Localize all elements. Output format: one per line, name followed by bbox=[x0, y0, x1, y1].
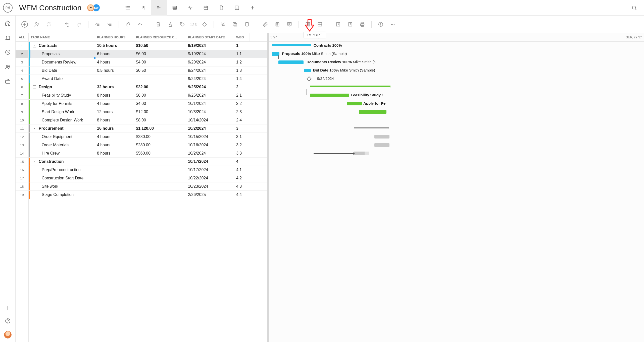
row-number[interactable]: 13 bbox=[16, 141, 28, 149]
select-all-header[interactable]: ALL bbox=[16, 33, 28, 42]
wbs-cell[interactable]: 1.2 bbox=[234, 58, 250, 66]
row-number[interactable]: 17 bbox=[16, 174, 28, 182]
gantt-row[interactable]: Feasibility Study 1 bbox=[269, 91, 644, 100]
wbs-cell[interactable]: 2 bbox=[234, 83, 250, 91]
wbs-cell[interactable]: 4.3 bbox=[234, 182, 250, 190]
gantt-bar[interactable] bbox=[310, 94, 349, 97]
task-name-cell[interactable]: Proposals bbox=[30, 50, 95, 58]
planned-start-cell[interactable]: 9/24/2024 bbox=[186, 66, 234, 75]
task-row[interactable]: Order Materials4 hours$280.0010/16/20243… bbox=[29, 141, 267, 149]
assign-button[interactable] bbox=[32, 20, 41, 29]
planned-cost-cell[interactable]: $6.00 bbox=[134, 50, 186, 58]
wbs-cell[interactable]: 3 bbox=[234, 124, 250, 132]
col-planned-cost[interactable]: PLANNED RESOURCE C... bbox=[134, 33, 186, 41]
task-name-cell[interactable]: −Contracts bbox=[30, 42, 95, 50]
planned-start-cell[interactable]: 10/17/2024 bbox=[186, 158, 234, 166]
col-task-name[interactable]: TASK NAME bbox=[29, 33, 95, 41]
add-task-button[interactable] bbox=[20, 20, 29, 29]
planned-start-cell[interactable]: 10/2/2024 bbox=[186, 124, 234, 132]
task-name-cell[interactable]: Stage Completion bbox=[30, 191, 95, 199]
gantt-row[interactable]: Contracts 100% bbox=[269, 42, 644, 50]
task-row[interactable]: Order Equipment4 hours$280.0010/15/20243… bbox=[29, 133, 267, 141]
paste-button[interactable] bbox=[242, 20, 252, 29]
info-button[interactable] bbox=[376, 20, 385, 29]
planned-cost-cell[interactable] bbox=[134, 182, 186, 190]
task-row[interactable]: Construction Start Date10/22/20244.2 bbox=[29, 174, 267, 182]
gantt-row[interactable] bbox=[269, 83, 644, 91]
collapse-toggle[interactable]: − bbox=[33, 44, 36, 47]
wbs-cell[interactable]: 2.1 bbox=[234, 91, 250, 99]
gantt-summary-bar[interactable] bbox=[310, 86, 390, 88]
planned-hours-cell[interactable]: 12 hours bbox=[95, 108, 134, 116]
export-button[interactable] bbox=[346, 20, 355, 29]
undo-button[interactable] bbox=[63, 20, 72, 29]
planned-start-cell[interactable]: 9/19/2024 bbox=[186, 42, 234, 50]
row-number[interactable]: 4 bbox=[16, 66, 28, 75]
row-number[interactable]: 1 bbox=[16, 42, 28, 50]
planned-hours-cell[interactable] bbox=[95, 158, 134, 166]
tag-button[interactable] bbox=[178, 20, 187, 29]
collapse-toggle[interactable]: − bbox=[33, 85, 36, 89]
planned-start-cell[interactable]: 9/25/2024 bbox=[186, 83, 234, 91]
row-number[interactable]: 6 bbox=[16, 83, 28, 91]
gantt-row[interactable]: Documents Review 100% Mike Smith (S.. bbox=[269, 58, 644, 66]
planned-hours-cell[interactable] bbox=[95, 191, 134, 199]
milestone-button[interactable] bbox=[200, 20, 209, 29]
row-number[interactable]: 16 bbox=[16, 166, 28, 174]
gantt-chart[interactable]: 5 '24 '24 SEP, 29 '24 Contracts 100%Prop… bbox=[269, 33, 644, 342]
task-row[interactable]: Site work10/23/20244.3 bbox=[29, 182, 267, 191]
redo-button[interactable] bbox=[75, 20, 84, 29]
collapse-toggle[interactable]: − bbox=[33, 160, 36, 163]
planned-hours-cell[interactable] bbox=[95, 182, 134, 190]
task-row[interactable]: −Design32 hours$32.009/25/20242 bbox=[29, 83, 267, 91]
cut-button[interactable] bbox=[218, 20, 227, 29]
planned-cost-cell[interactable] bbox=[134, 158, 186, 166]
user-avatar[interactable] bbox=[4, 331, 12, 338]
planned-cost-cell[interactable] bbox=[134, 166, 186, 174]
planned-hours-cell[interactable] bbox=[95, 174, 134, 182]
gantt-row[interactable] bbox=[269, 116, 644, 124]
planned-start-cell[interactable]: 9/24/2024 bbox=[186, 75, 234, 83]
wbs-cell[interactable]: 4 bbox=[234, 158, 250, 166]
planned-start-cell[interactable]: 9/20/2024 bbox=[186, 58, 234, 66]
outdent-button[interactable] bbox=[93, 20, 102, 29]
planned-start-cell[interactable]: 9/25/2024 bbox=[186, 91, 234, 99]
gantt-row[interactable] bbox=[269, 141, 644, 149]
task-row[interactable]: Prep/Pre-construction10/17/20244.1 bbox=[29, 166, 267, 174]
task-name-cell[interactable]: Order Equipment bbox=[30, 133, 95, 141]
tab-calendar[interactable] bbox=[198, 0, 214, 16]
planned-cost-cell[interactable]: $1,120.00 bbox=[134, 124, 186, 132]
planned-hours-cell[interactable] bbox=[95, 75, 134, 83]
planned-cost-cell[interactable]: $560.00 bbox=[134, 149, 186, 157]
gantt-row[interactable] bbox=[269, 133, 644, 141]
wbs-cell[interactable]: 3.1 bbox=[234, 133, 250, 141]
planned-start-cell[interactable]: 10/22/2024 bbox=[186, 174, 234, 182]
task-row[interactable]: Proposals6 hours$6.009/19/20241.1 bbox=[29, 50, 267, 58]
task-row[interactable]: −Contracts10.5 hours$10.509/19/20241 bbox=[29, 42, 267, 50]
more-button[interactable] bbox=[388, 20, 397, 29]
planned-cost-cell[interactable] bbox=[134, 191, 186, 199]
planned-cost-cell[interactable]: $8.00 bbox=[134, 116, 186, 124]
task-name-cell[interactable]: Bid Date bbox=[30, 66, 95, 75]
wbs-cell[interactable]: 2.2 bbox=[234, 100, 250, 108]
wbs-cell[interactable]: 3.2 bbox=[234, 141, 250, 149]
member-avatars[interactable]: •• SW bbox=[87, 4, 100, 12]
indent-button[interactable] bbox=[105, 20, 114, 29]
planned-hours-cell[interactable]: 32 hours bbox=[95, 83, 134, 91]
home-icon[interactable] bbox=[5, 20, 11, 26]
link-button[interactable] bbox=[123, 20, 132, 29]
task-row[interactable]: Bid Date0.5 hours$0.509/24/20241.3 bbox=[29, 66, 267, 75]
time-icon[interactable] bbox=[5, 49, 11, 55]
col-wbs[interactable]: WBS bbox=[234, 33, 250, 41]
comment-button[interactable] bbox=[285, 20, 294, 29]
task-row[interactable]: Hire Crew8 hours$560.0010/2/20243.3 bbox=[29, 149, 267, 158]
row-number[interactable]: 11 bbox=[16, 124, 28, 133]
tab-risk[interactable] bbox=[229, 0, 245, 16]
planned-start-cell[interactable]: 10/17/2024 bbox=[186, 166, 234, 174]
wbs-cell[interactable]: 1.1 bbox=[234, 50, 250, 58]
planned-cost-cell[interactable]: $0.50 bbox=[134, 66, 186, 75]
row-number[interactable]: 7 bbox=[16, 91, 28, 100]
unlink-button[interactable] bbox=[135, 20, 144, 29]
task-row[interactable]: Complete Design Work8 hours$8.0010/14/20… bbox=[29, 116, 267, 124]
gantt-bar[interactable] bbox=[374, 135, 389, 139]
